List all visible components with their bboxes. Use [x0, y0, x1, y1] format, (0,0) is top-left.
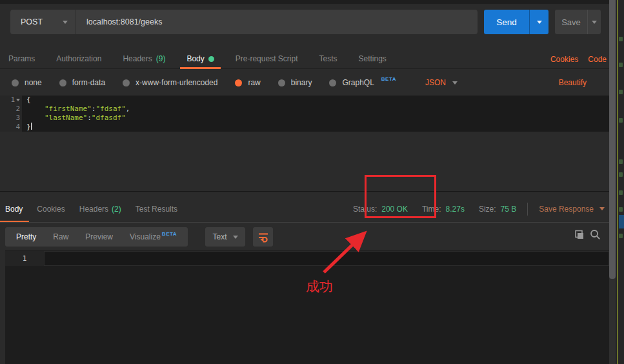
- radio-icon: [12, 79, 19, 86]
- request-body-editor[interactable]: 1 { 2 "firstName":"fdsaf", 3 "lastName":…: [0, 96, 609, 132]
- request-url-bar: POST localhost:8081/geeks: [10, 10, 478, 34]
- beautify-link[interactable]: Beautify: [559, 70, 587, 96]
- save-response-button[interactable]: Save Response: [539, 205, 605, 214]
- view-pretty[interactable]: Pretty: [8, 232, 45, 241]
- request-tabs: Params Authorization Headers(9) Body Pre…: [0, 49, 609, 69]
- code-text: "lastName":"dfasdf": [22, 114, 126, 123]
- tab-pre-request-script[interactable]: Pre-request Script: [236, 49, 298, 68]
- response-body-area: [5, 250, 609, 364]
- save-button[interactable]: Save: [555, 10, 587, 34]
- tab-body[interactable]: Body: [186, 49, 214, 68]
- background-text-fragment: [619, 159, 623, 164]
- url-input[interactable]: localhost:8081/geeks: [76, 17, 162, 26]
- search-icon: [590, 229, 601, 240]
- response-tab-body[interactable]: Body: [5, 196, 23, 222]
- body-type-row: none form-data x-www-form-urlencoded raw…: [0, 70, 609, 96]
- background-text-fragment: [619, 90, 623, 94]
- line-number: 4: [15, 123, 20, 132]
- response-header-divider: [0, 222, 609, 223]
- background-window-edge: [617, 0, 618, 364]
- http-method-dropdown[interactable]: POST: [10, 10, 76, 34]
- line-number: 1: [10, 96, 15, 105]
- cookies-link[interactable]: Cookies: [550, 55, 578, 64]
- background-text-fragment: [619, 190, 623, 195]
- postman-window: POST localhost:8081/geeks Send Save Para…: [0, 0, 624, 364]
- tab-tests[interactable]: Tests: [319, 49, 337, 68]
- response-tab-cookies[interactable]: Cookies: [37, 196, 65, 222]
- line-number: 3: [15, 114, 20, 123]
- search-response-button[interactable]: [590, 229, 601, 243]
- radio-icon: [123, 79, 130, 86]
- wrap-lines-icon: [257, 232, 269, 243]
- wrap-lines-button[interactable]: [253, 227, 273, 247]
- annotation-success-text: 成功: [306, 278, 333, 296]
- editor-line: 2 "firstName":"fdsaf",: [0, 105, 609, 114]
- background-text-fragment: [619, 234, 623, 238]
- view-visualize[interactable]: VisualizeBETA: [121, 232, 185, 241]
- response-line-number: 1: [5, 251, 44, 266]
- radio-icon: [59, 79, 66, 86]
- visualize-beta-badge: BETA: [162, 231, 177, 237]
- body-type-raw[interactable]: raw: [235, 78, 260, 87]
- radio-icon: [278, 79, 285, 86]
- save-button-group: Save: [555, 10, 601, 34]
- chevron-down-icon: [537, 21, 542, 24]
- content-type-dropdown[interactable]: JSON: [425, 78, 458, 87]
- graphql-beta-badge: BETA: [381, 76, 396, 82]
- copy-response-button[interactable]: [573, 229, 585, 243]
- body-type-graphql[interactable]: GraphQLBETA: [329, 78, 396, 87]
- request-links: Cookies Code: [550, 49, 607, 69]
- background-window-selection: [619, 215, 624, 228]
- send-button-group: Send: [484, 10, 549, 34]
- chevron-down-icon: [233, 236, 238, 239]
- body-type-none[interactable]: none: [12, 78, 42, 87]
- send-button[interactable]: Send: [484, 10, 529, 34]
- view-preview[interactable]: Preview: [77, 232, 121, 241]
- tab-settings[interactable]: Settings: [359, 49, 387, 68]
- body-type-urlencoded[interactable]: x-www-form-urlencoded: [123, 78, 217, 87]
- radio-icon: [329, 79, 336, 86]
- view-raw[interactable]: Raw: [45, 232, 77, 241]
- tab-authorization[interactable]: Authorization: [56, 49, 101, 68]
- chevron-down-icon: [592, 21, 597, 24]
- code-text: {: [22, 96, 31, 105]
- send-options-button[interactable]: [529, 10, 549, 34]
- code-link[interactable]: Code: [588, 55, 607, 64]
- background-text-fragment: [619, 207, 623, 212]
- body-type-form-data[interactable]: form-data: [59, 78, 105, 87]
- body-has-content-dot: [208, 56, 214, 62]
- code-text: }: [22, 123, 32, 132]
- http-method-value: POST: [21, 17, 43, 26]
- response-tab-test-results[interactable]: Test Results: [136, 196, 177, 222]
- code-text: "firstName":"fdsaf",: [22, 105, 130, 114]
- editor-line: 4 }: [0, 123, 609, 132]
- response-view-switcher: Pretty Raw Preview VisualizeBETA: [5, 227, 188, 247]
- chevron-down-icon: [452, 81, 458, 85]
- window-top-strip: [0, 0, 624, 5]
- body-type-binary[interactable]: binary: [278, 78, 312, 87]
- background-text-fragment: [619, 37, 623, 41]
- annotation-arrow: [308, 226, 376, 279]
- size-value: 75 B: [501, 205, 517, 214]
- code-fold-icon[interactable]: [16, 99, 20, 101]
- background-text-fragment: [619, 172, 623, 177]
- tab-headers[interactable]: Headers(9): [123, 49, 165, 68]
- response-tab-headers[interactable]: Headers(2): [79, 196, 121, 222]
- editor-line: 1 {: [0, 96, 609, 105]
- time-value: 8.27s: [446, 205, 465, 214]
- response-tabs: Body Cookies Headers(2) Test Results: [5, 196, 192, 222]
- tab-params[interactable]: Params: [8, 49, 35, 68]
- save-options-button[interactable]: [587, 10, 601, 34]
- editor-line: 3 "lastName":"dfasdf": [0, 114, 609, 123]
- copy-icon: [573, 229, 585, 241]
- radio-selected-icon: [235, 79, 242, 86]
- chevron-down-icon: [63, 21, 68, 24]
- response-format-dropdown[interactable]: Text: [205, 227, 245, 247]
- vertical-scrollbar-thumb[interactable]: [609, 0, 616, 279]
- chevron-down-icon: [599, 207, 605, 210]
- headers-count-badge: (9): [156, 54, 166, 63]
- background-text-fragment: [619, 118, 623, 123]
- line-number: 2: [15, 105, 20, 114]
- text-cursor: [31, 123, 32, 130]
- background-text-fragment: [619, 63, 623, 67]
